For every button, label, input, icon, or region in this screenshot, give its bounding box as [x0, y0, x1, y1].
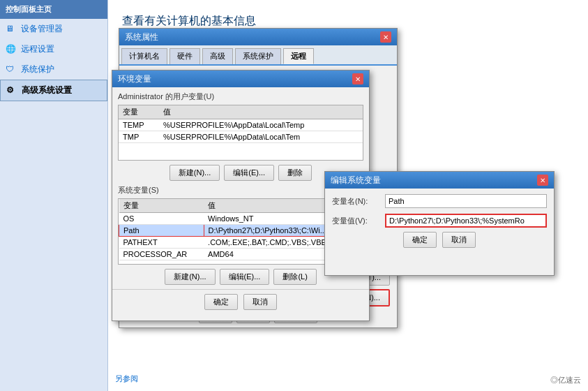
sys-del-button[interactable]: 删除(L) — [273, 269, 316, 285]
sys-col-name: 变量 — [119, 199, 204, 213]
sidebar-item-adv-sys[interactable]: ⚙ 高级系统设置 — [0, 80, 107, 101]
tab-remote[interactable]: 远程 — [283, 48, 314, 64]
sysprop-titlebar: 系统属性 ✕ — [119, 29, 397, 45]
remote-icon: 🌐 — [6, 44, 17, 55]
varname-row: 变量名(N): — [332, 194, 547, 208]
editsysvar-titlebar: 编辑系统变量 ✕ — [325, 172, 554, 189]
sidebar-item-remote[interactable]: 🌐 远程设置 — [0, 39, 107, 59]
user-col-value: 值 — [159, 105, 363, 119]
sidebar-item-device-mgr[interactable]: 🖥 设备管理器 — [0, 19, 107, 39]
editsysvar-title: 编辑系统变量 — [331, 175, 381, 186]
user-col-name: 变量 — [119, 105, 159, 119]
sys-var-name: PATHEXT — [119, 237, 204, 249]
sys-var-name: PROCESSOR_AR — [119, 249, 204, 260]
sys-new-button[interactable]: 新建(N)... — [165, 269, 215, 285]
sysprop-tabs: 计算机名 硬件 高级 系统保护 远程 — [119, 45, 397, 66]
shield-icon: 🛡 — [6, 64, 17, 75]
user-var-value: %USERPROFILE%\AppData\Local\Temp — [159, 119, 363, 131]
tab-hardware[interactable]: 硬件 — [169, 48, 200, 64]
envvar-titlebar: 环境变量 ✕ — [112, 71, 369, 87]
bottom-link: 另参阅 — [115, 374, 138, 384]
sidebar-item-label: 系统保护 — [21, 64, 54, 75]
user-vars-label: Administrator 的用户变量(U) — [118, 91, 363, 102]
user-var-name: TEMP — [119, 119, 159, 131]
page-title: 查看有关计算机的基本信息 — [122, 14, 574, 29]
user-var-name: TMP — [119, 131, 159, 143]
sysprop-title: 系统属性 — [125, 31, 158, 43]
user-var-value: %USERPROFILE%\AppData\Local\Tem — [159, 131, 363, 143]
envvar-close-btn[interactable]: ✕ — [352, 73, 363, 84]
varvalue-row: 变量值(V): — [332, 214, 547, 228]
varvalue-input[interactable] — [385, 214, 547, 228]
sidebar-item-label: 高级系统设置 — [22, 84, 72, 96]
editsysvar-btn-row: 确定 取消 — [325, 232, 554, 248]
user-new-button[interactable]: 新建(N)... — [169, 165, 220, 181]
tab-computername[interactable]: 计算机名 — [121, 48, 167, 64]
sidebar-title: 控制面板主页 — [0, 0, 107, 19]
varvalue-label: 变量值(V): — [332, 216, 381, 226]
tab-sysprot[interactable]: 系统保护 — [235, 48, 281, 64]
bottom-link-text: 另参阅 — [115, 374, 138, 383]
editsysvar-dialog: 编辑系统变量 ✕ 变量名(N): 变量值(V): 确定 取消 — [324, 171, 555, 276]
envvar-cancel-button[interactable]: 取消 — [243, 294, 277, 310]
user-del-button[interactable]: 删除 — [278, 165, 312, 181]
envvar-ok-button[interactable]: 确定 — [204, 294, 238, 310]
sys-edit-button[interactable]: 编辑(E)... — [220, 269, 270, 285]
sys-var-name: OS — [119, 213, 204, 225]
user-vars-table: 变量 值 TEMP %USERPROFILE%\AppData\Local\Te… — [119, 105, 363, 143]
sys-var-name: Path — [119, 225, 204, 237]
envvar-ok-cancel-row: 确定 取消 — [112, 294, 369, 310]
editsysvar-close-btn[interactable]: ✕ — [537, 175, 548, 186]
user-edit-button[interactable]: 编辑(E)... — [224, 165, 274, 181]
varname-label: 变量名(N): — [332, 196, 381, 207]
table-row[interactable]: TMP %USERPROFILE%\AppData\Local\Tem — [119, 131, 363, 143]
watermark: ◎亿速云 — [550, 375, 581, 385]
sidebar: 控制面板主页 🖥 设备管理器 🌐 远程设置 🛡 系统保护 ⚙ 高级系统设置 — [0, 0, 108, 391]
sidebar-item-label: 远程设置 — [21, 43, 54, 55]
divider — [112, 289, 369, 290]
device-mgr-icon: 🖥 — [6, 24, 17, 35]
user-vars-table-container: 变量 值 TEMP %USERPROFILE%\AppData\Local\Te… — [118, 105, 363, 161]
table-row[interactable]: TEMP %USERPROFILE%\AppData\Local\Temp — [119, 119, 363, 131]
sysprop-close-btn[interactable]: ✕ — [380, 31, 391, 43]
sidebar-item-sys-protect[interactable]: 🛡 系统保护 — [0, 59, 107, 80]
editsysvar-ok-button[interactable]: 确定 — [403, 232, 437, 248]
sidebar-item-label: 设备管理器 — [21, 23, 63, 35]
gear-icon: ⚙ — [6, 85, 17, 96]
varname-input[interactable] — [385, 194, 547, 208]
editsysvar-cancel-button[interactable]: 取消 — [442, 232, 476, 248]
tab-advanced[interactable]: 高级 — [202, 48, 233, 64]
envvar-title: 环境变量 — [118, 73, 151, 85]
